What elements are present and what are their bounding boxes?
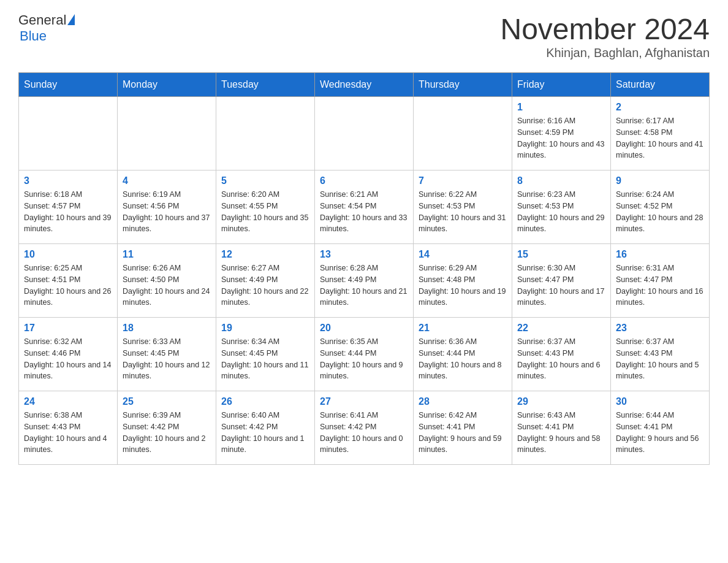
cell-sun-info: Sunrise: 6:44 AMSunset: 4:41 PMDaylight:… bbox=[616, 410, 704, 456]
calendar-cell: 12Sunrise: 6:27 AMSunset: 4:49 PMDayligh… bbox=[216, 244, 315, 318]
calendar-cell: 23Sunrise: 6:37 AMSunset: 4:43 PMDayligh… bbox=[611, 318, 710, 391]
logo-general-text: General bbox=[18, 12, 66, 28]
header-thursday: Thursday bbox=[414, 73, 512, 97]
cell-sun-info: Sunrise: 6:24 AMSunset: 4:52 PMDaylight:… bbox=[616, 189, 704, 235]
day-number: 25 bbox=[123, 396, 211, 407]
cell-sun-info: Sunrise: 6:32 AMSunset: 4:46 PMDaylight:… bbox=[24, 336, 112, 382]
day-number: 5 bbox=[221, 175, 309, 186]
day-number: 17 bbox=[24, 323, 112, 334]
day-number: 21 bbox=[419, 323, 507, 334]
day-number: 27 bbox=[320, 396, 408, 407]
day-number: 13 bbox=[320, 249, 408, 260]
calendar-cell: 29Sunrise: 6:43 AMSunset: 4:41 PMDayligh… bbox=[512, 391, 611, 465]
day-number: 30 bbox=[616, 396, 704, 407]
header-sunday: Sunday bbox=[19, 73, 118, 97]
calendar-cell: 19Sunrise: 6:34 AMSunset: 4:45 PMDayligh… bbox=[216, 318, 315, 391]
calendar-cell: 11Sunrise: 6:26 AMSunset: 4:50 PMDayligh… bbox=[118, 244, 216, 318]
calendar-cell bbox=[216, 97, 315, 170]
cell-sun-info: Sunrise: 6:18 AMSunset: 4:57 PMDaylight:… bbox=[24, 189, 112, 235]
calendar-cell: 18Sunrise: 6:33 AMSunset: 4:45 PMDayligh… bbox=[118, 318, 216, 391]
calendar-cell: 15Sunrise: 6:30 AMSunset: 4:47 PMDayligh… bbox=[512, 244, 611, 318]
month-title: November 2024 bbox=[500, 12, 710, 46]
calendar-cell: 30Sunrise: 6:44 AMSunset: 4:41 PMDayligh… bbox=[611, 391, 710, 465]
calendar-cell: 4Sunrise: 6:19 AMSunset: 4:56 PMDaylight… bbox=[118, 170, 216, 244]
cell-sun-info: Sunrise: 6:26 AMSunset: 4:50 PMDaylight:… bbox=[123, 262, 211, 308]
day-number: 29 bbox=[517, 396, 605, 407]
day-number: 6 bbox=[320, 175, 408, 186]
cell-sun-info: Sunrise: 6:22 AMSunset: 4:53 PMDaylight:… bbox=[419, 189, 507, 235]
calendar-cell: 9Sunrise: 6:24 AMSunset: 4:52 PMDaylight… bbox=[611, 170, 710, 244]
day-number: 8 bbox=[517, 175, 605, 186]
calendar-week-row: 10Sunrise: 6:25 AMSunset: 4:51 PMDayligh… bbox=[19, 244, 710, 318]
day-number: 9 bbox=[616, 175, 704, 186]
cell-sun-info: Sunrise: 6:35 AMSunset: 4:44 PMDaylight:… bbox=[320, 336, 408, 382]
cell-sun-info: Sunrise: 6:17 AMSunset: 4:58 PMDaylight:… bbox=[616, 115, 704, 161]
day-number: 1 bbox=[517, 102, 605, 113]
calendar-cell bbox=[118, 97, 216, 170]
logo-triangle-icon bbox=[67, 14, 75, 25]
cell-sun-info: Sunrise: 6:21 AMSunset: 4:54 PMDaylight:… bbox=[320, 189, 408, 235]
calendar-cell bbox=[414, 97, 512, 170]
cell-sun-info: Sunrise: 6:31 AMSunset: 4:47 PMDaylight:… bbox=[616, 262, 704, 308]
day-number: 18 bbox=[123, 323, 211, 334]
calendar-cell: 6Sunrise: 6:21 AMSunset: 4:54 PMDaylight… bbox=[315, 170, 414, 244]
calendar-cell: 27Sunrise: 6:41 AMSunset: 4:42 PMDayligh… bbox=[315, 391, 414, 465]
cell-sun-info: Sunrise: 6:16 AMSunset: 4:59 PMDaylight:… bbox=[517, 115, 605, 161]
cell-sun-info: Sunrise: 6:36 AMSunset: 4:44 PMDaylight:… bbox=[419, 336, 507, 382]
calendar-cell: 16Sunrise: 6:31 AMSunset: 4:47 PMDayligh… bbox=[611, 244, 710, 318]
calendar-cell: 13Sunrise: 6:28 AMSunset: 4:49 PMDayligh… bbox=[315, 244, 414, 318]
cell-sun-info: Sunrise: 6:38 AMSunset: 4:43 PMDaylight:… bbox=[24, 410, 112, 456]
calendar-cell: 25Sunrise: 6:39 AMSunset: 4:42 PMDayligh… bbox=[118, 391, 216, 465]
weekday-header-row: Sunday Monday Tuesday Wednesday Thursday… bbox=[19, 73, 710, 97]
day-number: 12 bbox=[221, 249, 309, 260]
calendar-cell: 5Sunrise: 6:20 AMSunset: 4:55 PMDaylight… bbox=[216, 170, 315, 244]
day-number: 3 bbox=[24, 175, 112, 186]
calendar-cell: 1Sunrise: 6:16 AMSunset: 4:59 PMDaylight… bbox=[512, 97, 611, 170]
cell-sun-info: Sunrise: 6:29 AMSunset: 4:48 PMDaylight:… bbox=[419, 262, 507, 308]
cell-sun-info: Sunrise: 6:30 AMSunset: 4:47 PMDaylight:… bbox=[517, 262, 605, 308]
logo-blue-text: Blue bbox=[20, 28, 75, 44]
cell-sun-info: Sunrise: 6:40 AMSunset: 4:42 PMDaylight:… bbox=[221, 410, 309, 456]
cell-sun-info: Sunrise: 6:37 AMSunset: 4:43 PMDaylight:… bbox=[616, 336, 704, 382]
calendar-cell bbox=[315, 97, 414, 170]
day-number: 2 bbox=[616, 102, 704, 113]
cell-sun-info: Sunrise: 6:28 AMSunset: 4:49 PMDaylight:… bbox=[320, 262, 408, 308]
cell-sun-info: Sunrise: 6:42 AMSunset: 4:41 PMDaylight:… bbox=[419, 410, 507, 456]
header-friday: Friday bbox=[512, 73, 611, 97]
calendar-week-row: 1Sunrise: 6:16 AMSunset: 4:59 PMDaylight… bbox=[19, 97, 710, 170]
calendar-cell: 8Sunrise: 6:23 AMSunset: 4:53 PMDaylight… bbox=[512, 170, 611, 244]
cell-sun-info: Sunrise: 6:39 AMSunset: 4:42 PMDaylight:… bbox=[123, 410, 211, 456]
calendar-cell: 21Sunrise: 6:36 AMSunset: 4:44 PMDayligh… bbox=[414, 318, 512, 391]
calendar-cell: 17Sunrise: 6:32 AMSunset: 4:46 PMDayligh… bbox=[19, 318, 118, 391]
day-number: 24 bbox=[24, 396, 112, 407]
day-number: 26 bbox=[221, 396, 309, 407]
day-number: 15 bbox=[517, 249, 605, 260]
cell-sun-info: Sunrise: 6:34 AMSunset: 4:45 PMDaylight:… bbox=[221, 336, 309, 382]
location-subtitle: Khinjan, Baghlan, Afghanistan bbox=[500, 46, 710, 60]
calendar-week-row: 3Sunrise: 6:18 AMSunset: 4:57 PMDaylight… bbox=[19, 170, 710, 244]
cell-sun-info: Sunrise: 6:27 AMSunset: 4:49 PMDaylight:… bbox=[221, 262, 309, 308]
header-tuesday: Tuesday bbox=[216, 73, 315, 97]
cell-sun-info: Sunrise: 6:20 AMSunset: 4:55 PMDaylight:… bbox=[221, 189, 309, 235]
day-number: 4 bbox=[123, 175, 211, 186]
calendar-cell: 26Sunrise: 6:40 AMSunset: 4:42 PMDayligh… bbox=[216, 391, 315, 465]
header-wednesday: Wednesday bbox=[315, 73, 414, 97]
calendar-cell bbox=[19, 97, 118, 170]
calendar-cell: 20Sunrise: 6:35 AMSunset: 4:44 PMDayligh… bbox=[315, 318, 414, 391]
day-number: 14 bbox=[419, 249, 507, 260]
title-block: November 2024 Khinjan, Baghlan, Afghanis… bbox=[500, 12, 710, 60]
day-number: 23 bbox=[616, 323, 704, 334]
day-number: 10 bbox=[24, 249, 112, 260]
calendar-cell: 10Sunrise: 6:25 AMSunset: 4:51 PMDayligh… bbox=[19, 244, 118, 318]
cell-sun-info: Sunrise: 6:43 AMSunset: 4:41 PMDaylight:… bbox=[517, 410, 605, 456]
calendar-cell: 7Sunrise: 6:22 AMSunset: 4:53 PMDaylight… bbox=[414, 170, 512, 244]
header-saturday: Saturday bbox=[611, 73, 710, 97]
day-number: 7 bbox=[419, 175, 507, 186]
cell-sun-info: Sunrise: 6:41 AMSunset: 4:42 PMDaylight:… bbox=[320, 410, 408, 456]
day-number: 28 bbox=[419, 396, 507, 407]
header-monday: Monday bbox=[118, 73, 216, 97]
calendar-cell: 28Sunrise: 6:42 AMSunset: 4:41 PMDayligh… bbox=[414, 391, 512, 465]
calendar-week-row: 24Sunrise: 6:38 AMSunset: 4:43 PMDayligh… bbox=[19, 391, 710, 465]
page-header: General Blue November 2024 Khinjan, Bagh… bbox=[18, 12, 710, 60]
calendar-cell: 14Sunrise: 6:29 AMSunset: 4:48 PMDayligh… bbox=[414, 244, 512, 318]
